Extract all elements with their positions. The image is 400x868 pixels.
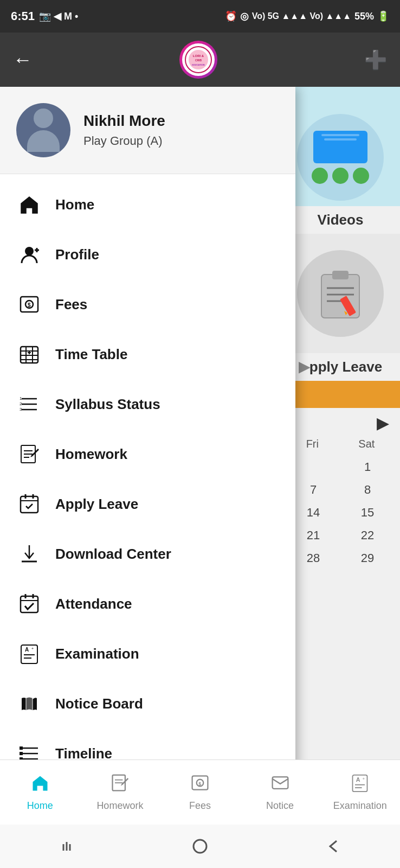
nav-recent-button[interactable]	[56, 835, 78, 857]
menu-item-profile[interactable]: Profile	[0, 229, 295, 279]
person2	[332, 168, 349, 184]
status-left: 6:51 📷 ◀ M •	[11, 9, 78, 23]
nav-back-button[interactable]	[322, 835, 344, 857]
orange-bar	[281, 381, 400, 408]
wifi-icon: ◎	[240, 10, 249, 22]
timetable-icon	[16, 341, 42, 367]
nav-label-home: Home	[27, 800, 53, 812]
menu-label-home: Home	[55, 196, 94, 213]
nav-item-homework[interactable]: Homework	[80, 773, 160, 812]
nav-label-notice: Notice	[266, 800, 294, 812]
nav-label-homework: Homework	[96, 800, 143, 812]
nav-home-icon	[30, 773, 50, 797]
svg-rect-34	[21, 496, 38, 513]
menu-item-homework[interactable]: Homework	[0, 429, 295, 479]
avatar-person	[27, 108, 60, 152]
svg-text:3: 3	[20, 407, 22, 412]
status-right: ⏰ ◎ Vo) 5G ▲▲▲ Vo) ▲▲▲ 55% 🔋	[225, 10, 389, 22]
nav-homework-icon	[110, 773, 130, 797]
video-section	[281, 87, 400, 206]
svg-rect-6	[332, 271, 349, 279]
svg-text:$: $	[198, 781, 201, 787]
attendance-icon	[16, 591, 42, 617]
nav-examination-icon: A +	[350, 773, 370, 797]
nav-item-notice[interactable]: Notice	[240, 773, 320, 812]
clipboard-circle	[297, 250, 384, 337]
menu-item-home[interactable]: Home	[0, 180, 295, 229]
svg-point-12	[25, 247, 34, 256]
svg-text:A: A	[356, 776, 360, 783]
cal-day-fri: Fri	[306, 438, 319, 450]
svg-rect-63	[272, 777, 288, 789]
menu-label-attendance: Attendance	[55, 596, 132, 612]
nav-item-examination[interactable]: A + Examination	[320, 773, 400, 812]
notification-button[interactable]: ➕	[364, 49, 387, 71]
menu-item-attendance[interactable]: Attendance	[0, 579, 295, 629]
menu-item-syllabus[interactable]: 1 2 3 Syllabus Status	[0, 379, 295, 429]
drawer-profile: Nikhil More Play Group (A)	[0, 87, 295, 174]
avatar-body	[27, 130, 60, 152]
menu-label-syllabus: Syllabus Status	[55, 396, 160, 413]
downloadcenter-icon	[16, 541, 42, 567]
profile-class: Play Group (A)	[83, 134, 165, 148]
person1	[312, 168, 328, 184]
status-bar: 6:51 📷 ◀ M • ⏰ ◎ Vo) 5G ▲▲▲ Vo) ▲▲▲ 55% …	[0, 0, 400, 33]
menu-item-noticeboard[interactable]: Notice Board	[0, 679, 295, 729]
navigation-drawer: Nikhil More Play Group (A) Home	[0, 87, 295, 803]
back-button[interactable]: ←	[13, 48, 33, 71]
videos-label: Videos	[281, 206, 400, 234]
examination-icon: A +	[16, 641, 42, 667]
cal-row-2: 14 15	[286, 506, 395, 520]
svg-rect-55	[20, 752, 23, 755]
content-area: Videos ▶pply Leave ▶	[0, 87, 400, 803]
svg-text:A: A	[25, 647, 29, 653]
alarm-icon: ⏰	[225, 10, 237, 22]
avatar	[16, 103, 70, 157]
svg-rect-40	[21, 596, 38, 612]
drawer-menu: Home Profile	[0, 174, 295, 803]
svg-text:2: 2	[20, 401, 22, 406]
signal-icons: Vo) 5G ▲▲▲ Vo) ▲▲▲	[252, 11, 351, 21]
menu-label-timetable: Time Table	[55, 346, 127, 363]
cal-row-1: 7 8	[286, 483, 395, 497]
svg-text:1: 1	[20, 396, 22, 401]
calendar-arrow[interactable]: ▶	[286, 413, 395, 432]
menu-item-downloadcenter[interactable]: Download Center	[0, 529, 295, 579]
cal-day-sat: Sat	[358, 438, 375, 450]
menu-item-timetable[interactable]: Time Table	[0, 329, 295, 379]
battery-icon: 🔋	[377, 10, 389, 22]
svg-text:$: $	[28, 302, 31, 308]
menu-item-applyleave[interactable]: Apply Leave	[0, 479, 295, 529]
nav-fees-icon: $	[190, 773, 210, 797]
calendar-grid: 1 7 8 14 15 21 22 28 29	[286, 456, 395, 565]
cal-row-0: 1	[286, 460, 395, 474]
nav-home-button[interactable]	[189, 835, 211, 857]
syllabus-icon: 1 2 3	[16, 391, 42, 417]
calendar-header: Fri Sat	[286, 432, 395, 456]
nav-notice-icon	[270, 773, 290, 797]
avatar-head	[34, 108, 53, 128]
menu-label-profile: Profile	[55, 246, 99, 263]
apply-leave-label: ▶pply Leave	[281, 353, 400, 381]
status-icons: 📷 ◀ M •	[39, 10, 78, 22]
svg-text:LORI &: LORI &	[193, 54, 204, 58]
nav-item-fees[interactable]: $ Fees	[160, 773, 240, 812]
menu-label-fees: Fees	[55, 296, 87, 313]
clipboard-section	[281, 234, 400, 353]
svg-text:EDUCATION: EDUCATION	[192, 63, 205, 66]
app-header: ← LORI & CRIB EDUCATION ➕	[0, 33, 400, 87]
svg-point-72	[193, 840, 207, 853]
nav-item-home[interactable]: Home	[0, 773, 80, 812]
homework-icon	[16, 441, 42, 467]
person3	[353, 168, 369, 184]
svg-rect-54	[20, 746, 23, 750]
noticeboard-icon	[16, 691, 42, 717]
profile-icon	[16, 241, 42, 267]
system-navigation-bar	[0, 825, 400, 868]
menu-item-examination[interactable]: A + Examination	[0, 629, 295, 679]
battery-percent: 55%	[354, 11, 374, 22]
menu-item-fees[interactable]: $ Fees	[0, 279, 295, 329]
profile-info: Nikhil More Play Group (A)	[83, 112, 165, 148]
menu-label-noticeboard: Notice Board	[55, 695, 143, 712]
svg-text:+: +	[31, 647, 34, 650]
